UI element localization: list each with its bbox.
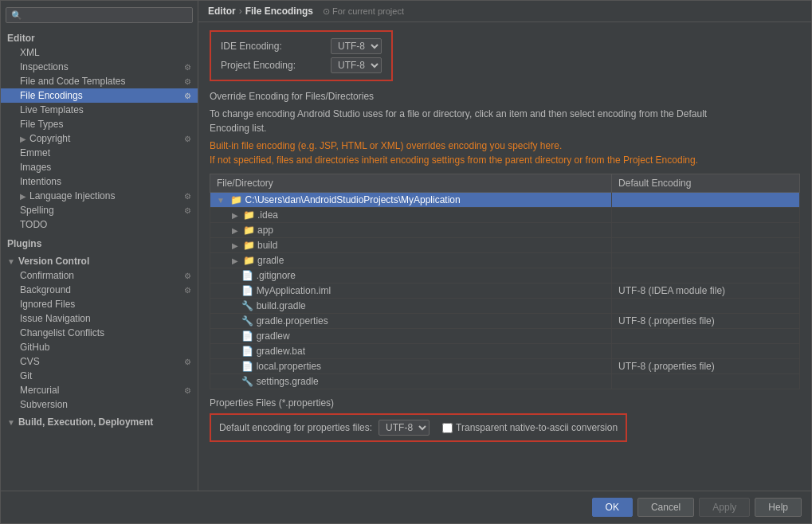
table-row[interactable]: 📄 gradlew: [210, 329, 800, 344]
plugins-group: Plugins: [1, 233, 198, 252]
props-encoding-select[interactable]: UTF-8: [379, 420, 430, 436]
ok-button[interactable]: OK: [592, 498, 633, 517]
sidebar-item-issue-navigation[interactable]: Issue Navigation: [1, 311, 198, 326]
file-icon-gradlew: 📄: [241, 330, 253, 342]
breadcrumb: Editor › File Encodings ⊙ For current pr…: [198, 1, 811, 22]
sidebar-item-vc-header[interactable]: ▼ Version Control: [1, 254, 198, 268]
col-file-directory: File/Directory: [210, 174, 612, 193]
search-input[interactable]: [25, 10, 187, 21]
file-icon-gradlew-bat: 📄: [241, 346, 253, 357]
file-icon-settings-gradle: 🔧: [241, 376, 253, 387]
sidebar-item-intentions[interactable]: Intentions: [1, 174, 198, 189]
table-row[interactable]: 🔧 settings.gradle: [210, 374, 800, 389]
sidebar-item-ignored-files[interactable]: Ignored Files: [1, 297, 198, 311]
sidebar-item-emmet[interactable]: Emmet: [1, 146, 198, 160]
folder-icon-idea: 📁: [243, 209, 255, 221]
cancel-button[interactable]: Cancel: [637, 498, 694, 517]
sidebar-item-subversion[interactable]: Subversion: [1, 397, 198, 412]
expand-arrow-vc: ▼: [7, 257, 15, 266]
expand-arrow-gradle: ▶: [232, 256, 238, 265]
expand-arrow-root: ▼: [217, 196, 225, 205]
breadcrumb-parent: Editor: [208, 6, 236, 17]
table-row[interactable]: ▶ 📁 build: [210, 238, 800, 253]
settings-icon-mercurial: ⚙: [184, 386, 191, 395]
sidebar-item-live-templates[interactable]: Live Templates: [1, 103, 198, 117]
search-icon: 🔍: [11, 10, 22, 21]
sidebar-item-cvs[interactable]: CVS ⚙: [1, 354, 198, 369]
file-icon-gradle-props: 🔧: [241, 315, 253, 327]
table-row[interactable]: 🔧 build.gradle: [210, 299, 800, 314]
dialog-body: 🔍 Editor XML Inspections ⚙ File and Code…: [1, 1, 811, 491]
plugins-group-label: Plugins: [1, 235, 198, 251]
settings-dialog: 🔍 Editor XML Inspections ⚙ File and Code…: [0, 0, 812, 524]
sidebar-item-copyright[interactable]: ▶ Copyright ⚙: [1, 131, 198, 146]
properties-title: Properties Files (*.properties): [210, 397, 800, 409]
editor-group: Editor XML Inspections ⚙ File and Code T…: [1, 28, 198, 233]
table-row[interactable]: 📄 MyApplication.iml UTF-8 (IDEA module f…: [210, 284, 800, 299]
properties-section: Properties Files (*.properties) Default …: [210, 397, 800, 442]
settings-icon-cvs: ⚙: [184, 358, 191, 366]
settings-icon-fe: ⚙: [184, 92, 191, 100]
settings-body: IDE Encoding: UTF-8 Project Encoding: UT…: [198, 22, 811, 491]
sidebar-item-build-header[interactable]: ▼ Build, Execution, Deployment: [1, 415, 198, 429]
dialog-footer: OK Cancel Apply Help: [1, 491, 811, 523]
folder-icon-build: 📁: [243, 240, 255, 251]
help-button[interactable]: Help: [755, 498, 802, 517]
search-box[interactable]: 🔍: [6, 7, 193, 23]
table-row[interactable]: 🔧 gradle.properties UTF-8 (.properties f…: [210, 314, 800, 329]
sidebar-item-file-types[interactable]: File Types: [1, 117, 198, 131]
sidebar-item-github[interactable]: GitHub: [1, 340, 198, 354]
table-row[interactable]: ▶ 📁 gradle: [210, 253, 800, 268]
sidebar-item-file-code-templates[interactable]: File and Code Templates ⚙: [1, 74, 198, 88]
settings-icon-spelling: ⚙: [184, 206, 191, 215]
project-encoding-select[interactable]: UTF-8: [331, 57, 382, 73]
table-row[interactable]: ▶ 📁 .idea: [210, 208, 800, 223]
transparent-conversion-label[interactable]: Transparent native-to-ascii conversion: [456, 422, 618, 433]
sidebar-item-confirmation[interactable]: Confirmation ⚙: [1, 268, 198, 283]
main-content: Editor › File Encodings ⊙ For current pr…: [198, 1, 811, 491]
ide-encoding-select[interactable]: UTF-8: [331, 38, 382, 54]
settings-icon-fct: ⚙: [184, 77, 191, 86]
sidebar-item-spelling[interactable]: Spelling ⚙: [1, 203, 198, 217]
sidebar-item-background[interactable]: Background ⚙: [1, 283, 198, 297]
settings-icon-copyright: ⚙: [184, 135, 191, 143]
breadcrumb-current: File Encodings: [245, 6, 313, 17]
expand-arrow-lang-inj: ▶: [20, 192, 26, 201]
settings-icon-background: ⚙: [184, 286, 191, 295]
table-row[interactable]: 📄 gradlew.bat: [210, 344, 800, 359]
sidebar-item-git[interactable]: Git: [1, 369, 198, 383]
sidebar-item-changelist-conflicts[interactable]: Changelist Conflicts: [1, 326, 198, 340]
sidebar-item-inspections[interactable]: Inspections ⚙: [1, 60, 198, 74]
project-encoding-row: Project Encoding: UTF-8: [221, 57, 382, 73]
build-group: ▼ Build, Execution, Deployment: [1, 413, 198, 431]
sidebar-item-images[interactable]: Images: [1, 160, 198, 174]
file-icon-build-gradle: 🔧: [241, 300, 253, 311]
settings-icon-confirmation: ⚙: [184, 272, 191, 280]
expand-arrow-copyright: ▶: [20, 135, 26, 143]
sidebar-item-language-injections[interactable]: ▶ Language Injections ⚙: [1, 189, 198, 203]
table-row[interactable]: 📄 local.properties UTF-8 (.properties fi…: [210, 359, 800, 374]
file-icon-local-props: 📄: [241, 361, 253, 372]
apply-button[interactable]: Apply: [699, 498, 750, 517]
table-row[interactable]: 📄 .gitignore: [210, 268, 800, 284]
folder-icon-gradle: 📁: [243, 255, 255, 266]
sidebar-item-xml[interactable]: XML: [1, 45, 198, 60]
expand-arrow-build: ▶: [232, 241, 238, 250]
sidebar-item-file-encodings[interactable]: File Encodings ⚙: [1, 88, 198, 103]
ide-encoding-label: IDE Encoding:: [221, 41, 324, 52]
table-row[interactable]: ▶ 📁 app: [210, 223, 800, 238]
project-encoding-label: Project Encoding:: [221, 60, 324, 71]
transparent-conversion-checkbox[interactable]: [442, 423, 453, 433]
properties-box: Default encoding for properties files: U…: [210, 413, 627, 442]
expand-arrow-app: ▶: [232, 226, 238, 235]
sidebar-item-todo[interactable]: TODO: [1, 217, 198, 232]
file-icon-iml: 📄: [241, 285, 253, 296]
settings-icon-inspections: ⚙: [184, 63, 191, 72]
breadcrumb-separator: ›: [239, 6, 242, 17]
override-desc: To change encoding Android Studio uses f…: [210, 107, 800, 135]
sidebar-item-mercurial[interactable]: Mercurial ⚙: [1, 383, 198, 397]
settings-icon-li: ⚙: [184, 192, 191, 201]
override-warning: Built-in file encoding (e.g. JSP, HTML o…: [210, 139, 800, 167]
table-row[interactable]: ▼ 📁 C:\Users\dan\AndroidStudioProjects\M…: [210, 193, 800, 208]
expand-arrow-idea: ▶: [232, 211, 238, 220]
